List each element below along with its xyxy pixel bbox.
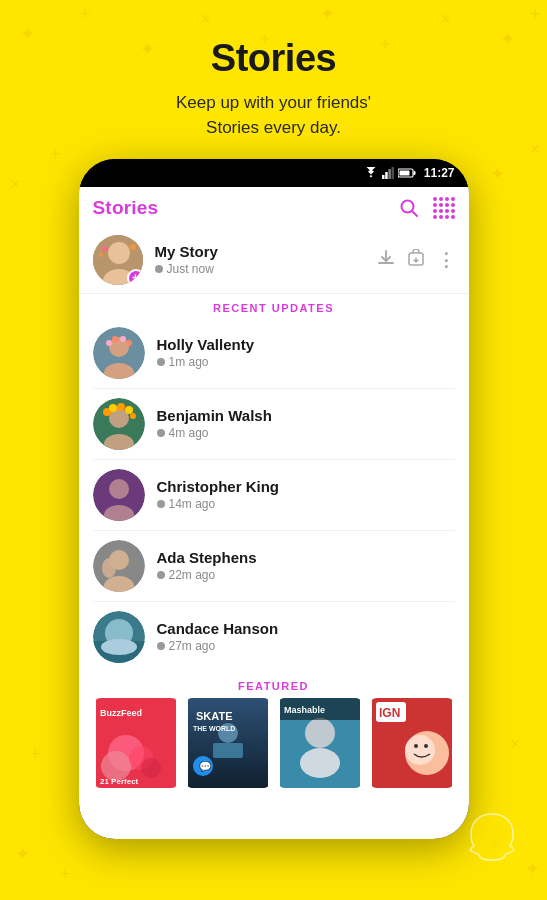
featured-mashable[interactable]: Mashable: [277, 698, 363, 788]
benjamin-dot: [157, 429, 165, 437]
my-story-row[interactable]: + My Story Just now: [79, 227, 469, 294]
svg-point-33: [130, 244, 136, 250]
my-story-avatar: +: [93, 235, 143, 285]
signal-icon: [382, 167, 394, 179]
svg-point-40: [112, 336, 118, 342]
christopher-time: 14m ago: [157, 497, 455, 511]
my-story-actions: ⋮: [377, 249, 455, 271]
holly-avatar: [93, 327, 145, 379]
svg-text:IGN: IGN: [379, 706, 400, 720]
svg-text:×: ×: [10, 174, 21, 194]
story-item-christopher[interactable]: Christopher King 14m ago: [79, 460, 469, 530]
mashable-card-bg: Mashable: [277, 698, 363, 788]
svg-point-42: [126, 340, 132, 346]
benjamin-name: Benjamin Walsh: [157, 407, 455, 424]
grid-icon: [433, 197, 455, 219]
my-story-time: Just now: [155, 262, 377, 276]
svg-point-87: [414, 744, 418, 748]
story-item-ada[interactable]: Ada Stephens 22m ago: [79, 531, 469, 601]
app-title: Stories: [93, 197, 159, 219]
phone-frame: 11:27 Stories: [79, 159, 469, 839]
benjamin-info: Benjamin Walsh 4m ago: [157, 407, 455, 440]
benjamin-avatar: [93, 398, 145, 450]
candace-time: 27m ago: [157, 639, 455, 653]
featured-buzzfeed[interactable]: BuzzFeed 21 Perfect: [93, 698, 179, 788]
svg-text:✦: ✦: [15, 844, 30, 864]
my-story-time-text: Just now: [167, 262, 214, 276]
svg-text:21 Perfect: 21 Perfect: [100, 777, 139, 786]
story-item-holly[interactable]: Holly Vallenty 1m ago: [79, 318, 469, 388]
ada-name: Ada Stephens: [157, 549, 455, 566]
candace-dot: [157, 642, 165, 650]
featured-ign[interactable]: IGN: [369, 698, 455, 788]
page-subtitle: Keep up with your friends' Stories every…: [0, 90, 547, 141]
svg-text:✦: ✦: [525, 859, 540, 879]
christopher-time-text: 14m ago: [169, 497, 216, 511]
svg-rect-21: [385, 172, 388, 179]
svg-point-50: [130, 413, 136, 419]
time-dot: [155, 265, 163, 273]
svg-text:SKATE: SKATE: [196, 710, 232, 722]
ada-time-text: 22m ago: [169, 568, 216, 582]
ada-time: 22m ago: [157, 568, 455, 582]
app-topbar: Stories: [79, 187, 469, 227]
svg-rect-22: [388, 169, 391, 179]
svg-point-49: [125, 406, 133, 414]
svg-point-57: [102, 558, 116, 578]
share-button[interactable]: [407, 249, 425, 271]
svg-rect-26: [399, 170, 409, 175]
download-button[interactable]: [377, 249, 395, 271]
grid-button[interactable]: [433, 197, 455, 219]
holly-time-text: 1m ago: [169, 355, 209, 369]
candace-avatar: [93, 611, 145, 663]
holly-time: 1m ago: [157, 355, 455, 369]
search-button[interactable]: [399, 198, 419, 218]
candace-name: Candace Hanson: [157, 620, 455, 637]
featured-header: FEATURED: [79, 672, 469, 698]
holly-dot: [157, 358, 165, 366]
ada-avatar: [93, 540, 145, 592]
svg-point-61: [101, 639, 137, 655]
svg-point-78: [305, 718, 335, 748]
benjamin-time-text: 4m ago: [169, 426, 209, 440]
download-icon: [377, 249, 395, 267]
featured-skate[interactable]: SKATE THE WORLD 💬: [185, 698, 271, 788]
more-button[interactable]: ⋮: [437, 249, 455, 271]
page-title: Stories: [0, 38, 547, 80]
svg-text:THE WORLD: THE WORLD: [193, 725, 235, 732]
candace-info: Candace Hanson 27m ago: [157, 620, 455, 653]
svg-rect-72: [213, 743, 243, 758]
battery-icon: [398, 168, 416, 178]
story-item-candace[interactable]: Candace Hanson 27m ago: [79, 602, 469, 672]
christopher-name: Christopher King: [157, 478, 455, 495]
svg-point-79: [300, 748, 340, 778]
app-content: Stories: [79, 187, 469, 839]
svg-text:BuzzFeed: BuzzFeed: [100, 708, 142, 718]
svg-text:✦: ✦: [490, 164, 505, 184]
ada-dot: [157, 571, 165, 579]
svg-point-48: [117, 403, 125, 411]
christopher-dot: [157, 500, 165, 508]
wifi-icon: [364, 167, 378, 179]
topbar-icons: [399, 197, 455, 219]
skate-card-bg: SKATE THE WORLD 💬: [185, 698, 271, 788]
my-story-name: My Story: [155, 243, 377, 260]
svg-text:💬: 💬: [199, 760, 212, 773]
share-icon: [407, 249, 425, 267]
snapchat-ghost: [457, 806, 527, 880]
benjamin-time: 4m ago: [157, 426, 455, 440]
svg-text:+: +: [60, 864, 71, 884]
status-icons: 11:27: [364, 166, 455, 180]
ada-info: Ada Stephens 22m ago: [157, 549, 455, 582]
holly-info: Holly Vallenty 1m ago: [157, 336, 455, 369]
svg-point-67: [141, 758, 161, 778]
svg-point-32: [102, 246, 108, 252]
recent-updates-header: RECENT UPDATES: [79, 294, 469, 318]
svg-rect-23: [391, 167, 394, 179]
svg-text:×: ×: [510, 734, 521, 754]
story-item-benjamin[interactable]: Benjamin Walsh 4m ago: [79, 389, 469, 459]
status-time: 11:27: [424, 166, 455, 180]
buzzfeed-card-bg: BuzzFeed 21 Perfect: [93, 698, 179, 788]
ign-card-bg: IGN: [369, 698, 455, 788]
holly-name: Holly Vallenty: [157, 336, 455, 353]
